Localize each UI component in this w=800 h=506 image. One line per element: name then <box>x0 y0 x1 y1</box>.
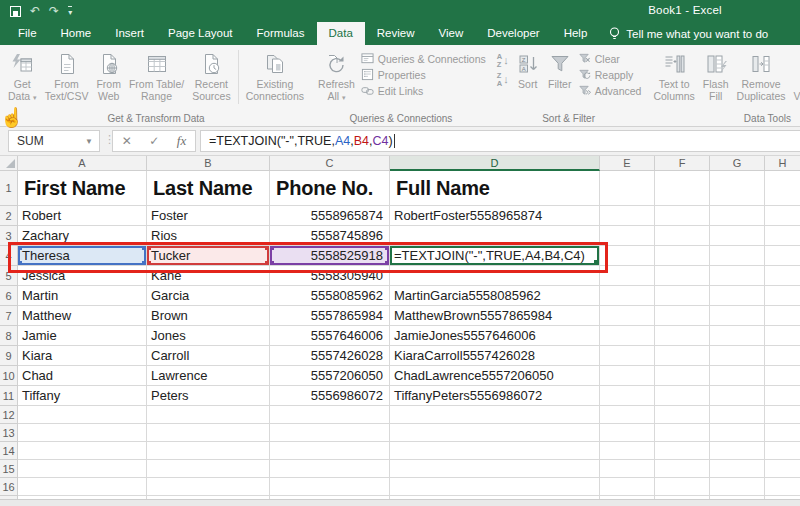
row-header-16[interactable]: 16 <box>0 478 18 496</box>
cell-H14[interactable] <box>765 442 800 460</box>
tab-developer[interactable]: Developer <box>475 22 551 45</box>
ribbon-button-remove-duplicates[interactable]: RemoveDuplicates <box>733 48 790 112</box>
cell-G11[interactable] <box>710 386 765 406</box>
tab-home[interactable]: Home <box>49 22 104 45</box>
cell-A13[interactable] <box>18 424 147 442</box>
cell-F15[interactable] <box>655 460 710 478</box>
cell-D10[interactable]: ChadLawrence5557206050 <box>390 366 600 386</box>
cell-E8[interactable] <box>600 326 655 346</box>
cell-A8[interactable]: Jamie <box>18 326 147 346</box>
cell-G4[interactable] <box>710 246 765 266</box>
row-header-9[interactable]: 9 <box>0 346 18 366</box>
row-header-2[interactable]: 2 <box>0 206 18 226</box>
cell-H6[interactable] <box>765 286 800 306</box>
cell-H12[interactable] <box>765 406 800 424</box>
cell-C12[interactable] <box>270 406 390 424</box>
cell-G16[interactable] <box>710 478 765 496</box>
sort-az-icon[interactable]: AZ↓ <box>497 53 509 68</box>
tab-help[interactable]: Help <box>552 22 600 45</box>
cell-C14[interactable] <box>270 442 390 460</box>
column-header-a[interactable]: A <box>18 156 147 171</box>
cell-C7[interactable]: 5557865984 <box>270 306 390 326</box>
cell-B6[interactable]: Garcia <box>147 286 270 306</box>
cell-B11[interactable]: Peters <box>147 386 270 406</box>
cell-G14[interactable] <box>710 442 765 460</box>
insert-function-icon[interactable]: fx <box>177 133 186 149</box>
sort-za-icon[interactable]: ZA↓ <box>497 72 509 87</box>
cell-H7[interactable] <box>765 306 800 326</box>
cell-B8[interactable]: Jones <box>147 326 270 346</box>
cell-B10[interactable]: Lawrence <box>147 366 270 386</box>
cell-G1[interactable] <box>710 171 765 206</box>
customize-qat-icon[interactable]: ▾ <box>68 6 72 17</box>
cell-H5[interactable] <box>765 266 800 286</box>
cell-A2[interactable]: Robert <box>18 206 147 226</box>
cell-A9[interactable]: Kiara <box>18 346 147 366</box>
cell-C10[interactable]: 5557206050 <box>270 366 390 386</box>
cell-G5[interactable] <box>710 266 765 286</box>
cell-F13[interactable] <box>655 424 710 442</box>
ribbon-button-text-to-columns[interactable]: Text toColumns <box>649 48 698 112</box>
ribbon-button-edit-links[interactable]: Edit Links <box>361 84 486 97</box>
cell-E14[interactable] <box>600 442 655 460</box>
row-header-1[interactable]: 1 <box>0 171 18 206</box>
formula-input[interactable]: =TEXTJOIN("-",TRUE,A4,B4,C4) <box>200 130 800 152</box>
cell-A14[interactable] <box>18 442 147 460</box>
cell-F4[interactable] <box>655 246 710 266</box>
cell-G6[interactable] <box>710 286 765 306</box>
cell-G7[interactable] <box>710 306 765 326</box>
cell-A10[interactable]: Chad <box>18 366 147 386</box>
cell-C11[interactable]: 5556986072 <box>270 386 390 406</box>
tell-me-box[interactable]: Tell me what you want to do <box>599 22 778 45</box>
ribbon-button-data-validation[interactable]: DataValidation ▾ <box>790 48 800 112</box>
tab-file[interactable]: File <box>6 22 49 45</box>
cell-B16[interactable] <box>147 478 270 496</box>
tab-review[interactable]: Review <box>365 22 427 45</box>
cell-A16[interactable] <box>18 478 147 496</box>
cell-H15[interactable] <box>765 460 800 478</box>
ribbon-button-refresh-all[interactable]: RefreshAll ▾ <box>314 48 359 112</box>
cell-H16[interactable] <box>765 478 800 496</box>
ribbon-button-filter[interactable]: Filter <box>544 48 576 112</box>
ribbon-button-flash-fill[interactable]: FlashFill <box>699 48 733 112</box>
cell-G15[interactable] <box>710 460 765 478</box>
tab-view[interactable]: View <box>427 22 476 45</box>
cell-B12[interactable] <box>147 406 270 424</box>
cell-D12[interactable] <box>390 406 600 424</box>
cell-A6[interactable]: Martin <box>18 286 147 306</box>
cell-F16[interactable] <box>655 478 710 496</box>
cell-E16[interactable] <box>600 478 655 496</box>
cell-B15[interactable] <box>147 460 270 478</box>
cell-F11[interactable] <box>655 386 710 406</box>
save-icon[interactable] <box>10 6 21 17</box>
tab-insert[interactable]: Insert <box>103 22 156 45</box>
cell-C6[interactable]: 5558085962 <box>270 286 390 306</box>
tab-page-layout[interactable]: Page Layout <box>156 22 245 45</box>
select-all-corner[interactable] <box>0 156 18 171</box>
ribbon-button-properties[interactable]: Properties <box>361 68 486 81</box>
cell-G9[interactable] <box>710 346 765 366</box>
cell-G12[interactable] <box>710 406 765 424</box>
cell-E9[interactable] <box>600 346 655 366</box>
cell-A1[interactable]: First Name <box>18 171 147 206</box>
cell-D1[interactable]: Full Name <box>390 171 600 206</box>
ribbon-button-from-text-csv[interactable]: FromText/CSV <box>41 48 93 112</box>
cell-G8[interactable] <box>710 326 765 346</box>
cell-H13[interactable] <box>765 424 800 442</box>
cell-E15[interactable] <box>600 460 655 478</box>
cell-B1[interactable]: Last Name <box>147 171 270 206</box>
cell-A12[interactable] <box>18 406 147 424</box>
cell-F12[interactable] <box>655 406 710 424</box>
ribbon-button-advanced[interactable]: Advanced <box>578 84 642 97</box>
column-header-c[interactable]: C <box>270 156 390 171</box>
column-header-h[interactable]: H <box>765 156 800 171</box>
cell-H9[interactable] <box>765 346 800 366</box>
cell-C9[interactable]: 5557426028 <box>270 346 390 366</box>
cell-B13[interactable] <box>147 424 270 442</box>
cell-A15[interactable] <box>18 460 147 478</box>
cell-E3[interactable] <box>600 226 655 246</box>
enter-icon[interactable]: ✓ <box>149 134 159 148</box>
cell-B9[interactable]: Carroll <box>147 346 270 366</box>
ribbon-button-clear[interactable]: Clear <box>578 52 642 65</box>
cell-D15[interactable] <box>390 460 600 478</box>
